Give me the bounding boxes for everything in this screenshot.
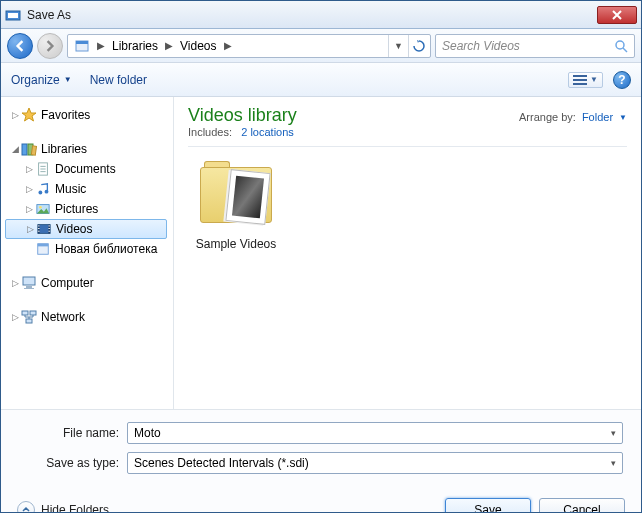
expand-icon[interactable]: ▷ — [24, 224, 36, 234]
computer-icon — [21, 275, 37, 291]
view-button[interactable]: ▼ — [568, 72, 603, 88]
navbar: ▶ Libraries ▶ Videos ▶ ▼ Search Videos — [1, 29, 641, 63]
search-placeholder: Search Videos — [442, 39, 520, 53]
chevron-right-icon[interactable]: ▶ — [221, 40, 235, 51]
chevron-down-icon[interactable]: ▾ — [611, 428, 616, 438]
sidebar-item-new-library[interactable]: ▷ Новая библиотека — [5, 239, 173, 259]
cancel-button[interactable]: Cancel — [539, 498, 625, 513]
new-folder-button[interactable]: New folder — [90, 73, 147, 87]
arrange-by-value[interactable]: Folder — [582, 111, 613, 123]
toolbar: Organize ▼ New folder ▼ ? — [1, 63, 641, 97]
chevron-right-icon[interactable]: ▶ — [162, 40, 176, 51]
svg-rect-3 — [76, 41, 88, 44]
titlebar: Save As — [1, 1, 641, 29]
svg-point-17 — [45, 190, 49, 194]
svg-rect-27 — [48, 228, 50, 229]
svg-rect-7 — [573, 79, 587, 81]
svg-rect-31 — [23, 277, 35, 285]
svg-line-5 — [623, 48, 627, 52]
svg-rect-20 — [38, 225, 50, 234]
videos-icon — [36, 221, 52, 237]
sidebar-item-documents[interactable]: ▷ Documents — [5, 159, 173, 179]
organize-button[interactable]: Organize ▼ — [11, 73, 72, 87]
search-icon — [614, 39, 628, 53]
sidebar-item-computer[interactable]: ▷ Computer — [5, 273, 173, 293]
svg-rect-9 — [22, 144, 27, 155]
svg-rect-28 — [48, 231, 50, 232]
svg-rect-24 — [38, 228, 40, 229]
expand-icon[interactable]: ▷ — [23, 204, 35, 214]
star-icon — [21, 107, 37, 123]
svg-rect-1 — [8, 13, 18, 18]
svg-rect-26 — [48, 226, 50, 227]
search-input[interactable]: Search Videos — [435, 34, 635, 58]
sidebar-item-network[interactable]: ▷ Network — [5, 307, 173, 327]
pictures-icon — [35, 201, 51, 217]
forward-button[interactable] — [37, 33, 63, 59]
collapse-icon[interactable]: ◢ — [9, 144, 21, 154]
breadcrumb-libraries[interactable]: Libraries — [108, 35, 162, 57]
folder-icon — [196, 159, 276, 231]
chevron-down-icon[interactable]: ▾ — [611, 458, 616, 468]
back-button[interactable] — [7, 33, 33, 59]
save-type-select[interactable]: Scenes Detected Intervals (*.sdi) ▾ — [127, 452, 623, 474]
sidebar-item-favorites[interactable]: ▷ Favorites — [5, 105, 173, 125]
chevron-down-icon: ▼ — [64, 75, 72, 84]
music-icon — [35, 181, 51, 197]
document-icon — [35, 161, 51, 177]
folder-item[interactable]: Sample Videos — [188, 159, 284, 251]
library-subtitle: Includes: 2 locations — [188, 126, 297, 138]
locations-link[interactable]: 2 locations — [241, 126, 294, 138]
expand-icon[interactable]: ▷ — [9, 278, 21, 288]
svg-rect-25 — [38, 231, 40, 232]
hide-folders-button[interactable]: Hide Folders — [17, 501, 109, 513]
arrange-by: Arrange by: Folder ▼ — [519, 105, 627, 123]
expand-icon[interactable]: ▷ — [9, 312, 21, 322]
content-area: Videos library Includes: 2 locations Arr… — [174, 97, 641, 409]
svg-rect-30 — [38, 244, 49, 247]
svg-rect-11 — [31, 146, 36, 155]
filename-label: File name: — [19, 426, 119, 440]
network-icon — [21, 309, 37, 325]
chevron-down-icon[interactable]: ▼ — [619, 113, 627, 122]
filename-input[interactable]: Moto ▾ — [127, 422, 623, 444]
chevron-up-icon — [17, 501, 35, 513]
svg-point-16 — [38, 191, 42, 195]
svg-rect-6 — [573, 75, 587, 77]
breadcrumb-videos[interactable]: Videos — [176, 35, 220, 57]
address-bar[interactable]: ▶ Libraries ▶ Videos ▶ ▼ — [67, 34, 431, 58]
expand-icon[interactable]: ▷ — [23, 164, 35, 174]
chevron-right-icon[interactable]: ▶ — [94, 40, 108, 51]
svg-rect-23 — [38, 226, 40, 227]
divider — [188, 146, 627, 147]
window-title: Save As — [27, 8, 597, 22]
addr-root-icon[interactable] — [70, 35, 94, 57]
close-button[interactable] — [597, 6, 637, 24]
library-icon — [35, 241, 51, 257]
folder-label: Sample Videos — [188, 237, 284, 251]
libraries-icon — [21, 141, 37, 157]
expand-icon[interactable]: ▷ — [9, 110, 21, 120]
library-title: Videos library — [188, 105, 297, 126]
svg-rect-35 — [30, 311, 36, 315]
expand-icon[interactable]: ▷ — [23, 184, 35, 194]
svg-rect-32 — [26, 286, 32, 288]
help-button[interactable]: ? — [613, 71, 631, 89]
refresh-button[interactable] — [408, 35, 428, 57]
svg-point-4 — [616, 41, 624, 49]
sidebar-item-music[interactable]: ▷ Music — [5, 179, 173, 199]
svg-rect-33 — [24, 288, 34, 289]
sidebar-item-videos[interactable]: ▷ Videos — [5, 219, 167, 239]
svg-point-19 — [39, 206, 42, 209]
footer: Hide Folders Save Cancel — [1, 488, 641, 513]
address-dropdown[interactable]: ▼ — [388, 35, 408, 57]
svg-rect-34 — [22, 311, 28, 315]
sidebar-item-libraries[interactable]: ◢ Libraries — [5, 139, 173, 159]
save-type-label: Save as type: — [19, 456, 119, 470]
svg-rect-8 — [573, 83, 587, 85]
save-button[interactable]: Save — [445, 498, 531, 513]
form-area: File name: Moto ▾ Save as type: Scenes D… — [1, 409, 641, 488]
svg-rect-36 — [26, 319, 32, 323]
app-icon — [5, 7, 21, 23]
sidebar-item-pictures[interactable]: ▷ Pictures — [5, 199, 173, 219]
